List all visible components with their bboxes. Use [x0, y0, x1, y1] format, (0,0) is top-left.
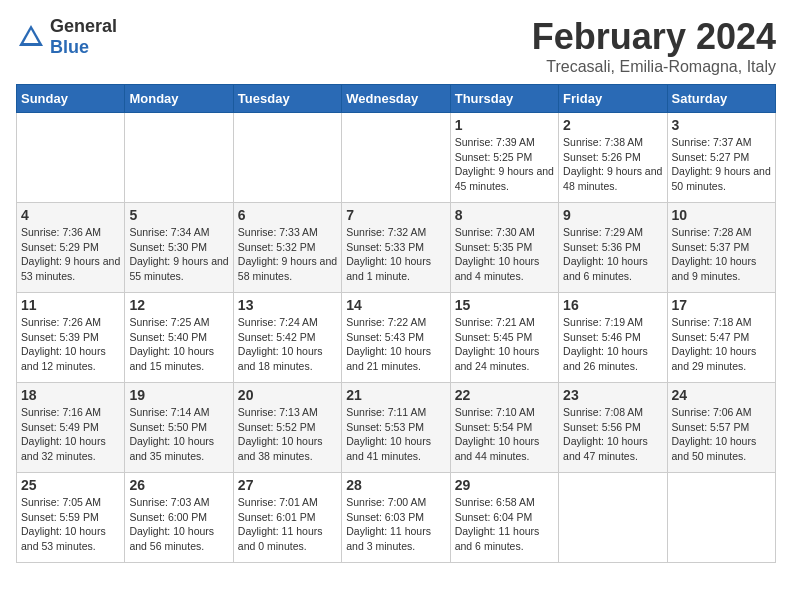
day-info: Sunrise: 7:25 AM Sunset: 5:40 PM Dayligh…: [129, 315, 228, 374]
day-number: 7: [346, 207, 445, 223]
day-info: Sunrise: 7:24 AM Sunset: 5:42 PM Dayligh…: [238, 315, 337, 374]
day-number: 18: [21, 387, 120, 403]
calendar-cell: 7Sunrise: 7:32 AM Sunset: 5:33 PM Daylig…: [342, 203, 450, 293]
day-info: Sunrise: 7:16 AM Sunset: 5:49 PM Dayligh…: [21, 405, 120, 464]
calendar-cell: 5Sunrise: 7:34 AM Sunset: 5:30 PM Daylig…: [125, 203, 233, 293]
header-cell-monday: Monday: [125, 85, 233, 113]
calendar-table: SundayMondayTuesdayWednesdayThursdayFrid…: [16, 84, 776, 563]
calendar-cell: 21Sunrise: 7:11 AM Sunset: 5:53 PM Dayli…: [342, 383, 450, 473]
day-number: 12: [129, 297, 228, 313]
day-info: Sunrise: 7:19 AM Sunset: 5:46 PM Dayligh…: [563, 315, 662, 374]
week-row-5: 25Sunrise: 7:05 AM Sunset: 5:59 PM Dayli…: [17, 473, 776, 563]
day-info: Sunrise: 7:00 AM Sunset: 6:03 PM Dayligh…: [346, 495, 445, 554]
main-title: February 2024: [532, 16, 776, 58]
day-info: Sunrise: 7:13 AM Sunset: 5:52 PM Dayligh…: [238, 405, 337, 464]
calendar-cell: 1Sunrise: 7:39 AM Sunset: 5:25 PM Daylig…: [450, 113, 558, 203]
day-number: 2: [563, 117, 662, 133]
day-number: 29: [455, 477, 554, 493]
calendar-cell: [342, 113, 450, 203]
week-row-2: 4Sunrise: 7:36 AM Sunset: 5:29 PM Daylig…: [17, 203, 776, 293]
day-info: Sunrise: 7:14 AM Sunset: 5:50 PM Dayligh…: [129, 405, 228, 464]
calendar-cell: 2Sunrise: 7:38 AM Sunset: 5:26 PM Daylig…: [559, 113, 667, 203]
day-info: Sunrise: 6:58 AM Sunset: 6:04 PM Dayligh…: [455, 495, 554, 554]
day-info: Sunrise: 7:08 AM Sunset: 5:56 PM Dayligh…: [563, 405, 662, 464]
subtitle: Trecasali, Emilia-Romagna, Italy: [532, 58, 776, 76]
day-number: 22: [455, 387, 554, 403]
day-info: Sunrise: 7:30 AM Sunset: 5:35 PM Dayligh…: [455, 225, 554, 284]
calendar-cell: 26Sunrise: 7:03 AM Sunset: 6:00 PM Dayli…: [125, 473, 233, 563]
calendar-cell: 29Sunrise: 6:58 AM Sunset: 6:04 PM Dayli…: [450, 473, 558, 563]
day-number: 10: [672, 207, 771, 223]
logo-blue: Blue: [50, 37, 89, 57]
calendar-cell: 16Sunrise: 7:19 AM Sunset: 5:46 PM Dayli…: [559, 293, 667, 383]
day-info: Sunrise: 7:05 AM Sunset: 5:59 PM Dayligh…: [21, 495, 120, 554]
day-number: 11: [21, 297, 120, 313]
calendar-header: SundayMondayTuesdayWednesdayThursdayFrid…: [17, 85, 776, 113]
day-number: 3: [672, 117, 771, 133]
day-info: Sunrise: 7:32 AM Sunset: 5:33 PM Dayligh…: [346, 225, 445, 284]
day-info: Sunrise: 7:21 AM Sunset: 5:45 PM Dayligh…: [455, 315, 554, 374]
calendar-cell: 17Sunrise: 7:18 AM Sunset: 5:47 PM Dayli…: [667, 293, 775, 383]
title-section: February 2024 Trecasali, Emilia-Romagna,…: [532, 16, 776, 76]
calendar-cell: 9Sunrise: 7:29 AM Sunset: 5:36 PM Daylig…: [559, 203, 667, 293]
calendar-cell: 20Sunrise: 7:13 AM Sunset: 5:52 PM Dayli…: [233, 383, 341, 473]
day-number: 6: [238, 207, 337, 223]
calendar-cell: 10Sunrise: 7:28 AM Sunset: 5:37 PM Dayli…: [667, 203, 775, 293]
day-number: 23: [563, 387, 662, 403]
calendar-body: 1Sunrise: 7:39 AM Sunset: 5:25 PM Daylig…: [17, 113, 776, 563]
day-number: 15: [455, 297, 554, 313]
day-info: Sunrise: 7:34 AM Sunset: 5:30 PM Dayligh…: [129, 225, 228, 284]
day-info: Sunrise: 7:10 AM Sunset: 5:54 PM Dayligh…: [455, 405, 554, 464]
header-row: SundayMondayTuesdayWednesdayThursdayFrid…: [17, 85, 776, 113]
day-number: 5: [129, 207, 228, 223]
calendar-cell: [667, 473, 775, 563]
calendar-cell: [559, 473, 667, 563]
header-cell-friday: Friday: [559, 85, 667, 113]
day-info: Sunrise: 7:22 AM Sunset: 5:43 PM Dayligh…: [346, 315, 445, 374]
day-info: Sunrise: 7:29 AM Sunset: 5:36 PM Dayligh…: [563, 225, 662, 284]
day-number: 8: [455, 207, 554, 223]
calendar-cell: 24Sunrise: 7:06 AM Sunset: 5:57 PM Dayli…: [667, 383, 775, 473]
logo-general: General: [50, 16, 117, 36]
calendar-cell: 3Sunrise: 7:37 AM Sunset: 5:27 PM Daylig…: [667, 113, 775, 203]
header-cell-saturday: Saturday: [667, 85, 775, 113]
calendar-cell: [233, 113, 341, 203]
week-row-1: 1Sunrise: 7:39 AM Sunset: 5:25 PM Daylig…: [17, 113, 776, 203]
calendar-cell: 15Sunrise: 7:21 AM Sunset: 5:45 PM Dayli…: [450, 293, 558, 383]
header-cell-sunday: Sunday: [17, 85, 125, 113]
logo: General Blue: [16, 16, 117, 58]
day-info: Sunrise: 7:03 AM Sunset: 6:00 PM Dayligh…: [129, 495, 228, 554]
day-info: Sunrise: 7:11 AM Sunset: 5:53 PM Dayligh…: [346, 405, 445, 464]
day-number: 27: [238, 477, 337, 493]
calendar-cell: 19Sunrise: 7:14 AM Sunset: 5:50 PM Dayli…: [125, 383, 233, 473]
day-number: 24: [672, 387, 771, 403]
calendar-cell: 13Sunrise: 7:24 AM Sunset: 5:42 PM Dayli…: [233, 293, 341, 383]
day-number: 28: [346, 477, 445, 493]
day-number: 21: [346, 387, 445, 403]
day-number: 4: [21, 207, 120, 223]
calendar-cell: 18Sunrise: 7:16 AM Sunset: 5:49 PM Dayli…: [17, 383, 125, 473]
day-number: 26: [129, 477, 228, 493]
calendar-cell: 28Sunrise: 7:00 AM Sunset: 6:03 PM Dayli…: [342, 473, 450, 563]
day-info: Sunrise: 7:06 AM Sunset: 5:57 PM Dayligh…: [672, 405, 771, 464]
day-number: 19: [129, 387, 228, 403]
header-cell-tuesday: Tuesday: [233, 85, 341, 113]
day-number: 20: [238, 387, 337, 403]
header: General Blue February 2024 Trecasali, Em…: [16, 16, 776, 76]
day-number: 25: [21, 477, 120, 493]
day-info: Sunrise: 7:33 AM Sunset: 5:32 PM Dayligh…: [238, 225, 337, 284]
calendar-cell: 14Sunrise: 7:22 AM Sunset: 5:43 PM Dayli…: [342, 293, 450, 383]
calendar-cell: 6Sunrise: 7:33 AM Sunset: 5:32 PM Daylig…: [233, 203, 341, 293]
day-info: Sunrise: 7:28 AM Sunset: 5:37 PM Dayligh…: [672, 225, 771, 284]
header-cell-wednesday: Wednesday: [342, 85, 450, 113]
day-number: 1: [455, 117, 554, 133]
day-number: 17: [672, 297, 771, 313]
day-info: Sunrise: 7:39 AM Sunset: 5:25 PM Dayligh…: [455, 135, 554, 194]
calendar-cell: 8Sunrise: 7:30 AM Sunset: 5:35 PM Daylig…: [450, 203, 558, 293]
header-cell-thursday: Thursday: [450, 85, 558, 113]
calendar-cell: 23Sunrise: 7:08 AM Sunset: 5:56 PM Dayli…: [559, 383, 667, 473]
calendar-cell: [17, 113, 125, 203]
day-info: Sunrise: 7:38 AM Sunset: 5:26 PM Dayligh…: [563, 135, 662, 194]
calendar-cell: 12Sunrise: 7:25 AM Sunset: 5:40 PM Dayli…: [125, 293, 233, 383]
day-number: 13: [238, 297, 337, 313]
